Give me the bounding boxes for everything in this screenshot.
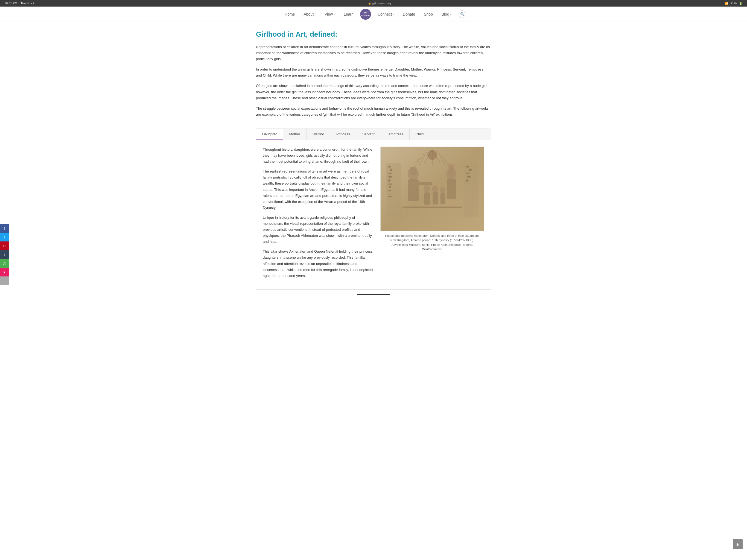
nav-about[interactable]: About ▾ xyxy=(300,10,319,19)
search-button[interactable]: 🔍 xyxy=(459,10,466,18)
tab-content-daughter: Throughout history, daughters were a con… xyxy=(256,140,491,289)
scroll-bar xyxy=(357,294,390,295)
tab-mother[interactable]: Mother xyxy=(283,129,306,140)
facebook-icon: f xyxy=(4,226,5,230)
nav-donate[interactable]: Donate xyxy=(399,10,419,19)
twitter-share-button[interactable]: t xyxy=(0,233,9,241)
tabs-header: Daughter Mother Warrior Princess Servant… xyxy=(256,129,491,140)
daughter-para-1: Throughout history, daughters were a con… xyxy=(263,147,374,164)
logo-text: girlmuseum xyxy=(361,11,370,17)
artwork-svg xyxy=(381,147,484,231)
search-icon: 🔍 xyxy=(460,12,465,16)
page-title: Girlhood in Art, defined: xyxy=(256,30,491,39)
tab-text-column: Throughout history, daughters were a con… xyxy=(263,147,374,283)
heart-icon: ♥ xyxy=(3,270,5,274)
tab-princess[interactable]: Princess xyxy=(330,129,356,140)
print-icon: 🖨 xyxy=(3,261,6,265)
paragraph-4: The struggle between social expectations… xyxy=(256,105,491,118)
status-bar-center: 🔒 girlmuseum.org xyxy=(368,2,391,5)
battery-percent: 21% xyxy=(730,2,737,5)
tumblr-share-button[interactable]: t xyxy=(0,250,9,259)
print-button[interactable]: 🖨 xyxy=(0,259,9,268)
nav-home[interactable]: Home xyxy=(281,10,299,19)
tab-warrior[interactable]: Warrior xyxy=(307,129,330,140)
nav-blog[interactable]: Blog ▾ xyxy=(438,10,455,19)
paragraph-2: In order to understand the ways girls ar… xyxy=(256,67,491,78)
facebook-share-button[interactable]: f xyxy=(0,224,9,233)
chevron-down-icon: ▾ xyxy=(314,13,316,16)
daughter-para-2: The earliest representations of girls in… xyxy=(263,169,374,211)
time: 10:31 PM xyxy=(4,2,17,5)
daughter-para-4: This altar shows Akhenaten and Queen Nef… xyxy=(263,249,374,279)
nav-connect[interactable]: Connect ▾ xyxy=(374,10,398,19)
tab-servant[interactable]: Servant xyxy=(356,129,381,140)
tab-child[interactable]: Child xyxy=(410,129,430,140)
pinterest-share-button[interactable]: P xyxy=(0,241,9,250)
status-bar-right: 📶 21% 🔋 xyxy=(725,2,743,5)
nav-shop[interactable]: Shop xyxy=(420,10,437,19)
battery-icon: 🔋 xyxy=(739,2,743,5)
main-content: Girlhood in Art, defined: Representation… xyxy=(251,22,496,305)
paragraph-3: Often girls are shown unclothed in art a… xyxy=(256,83,491,101)
tab-daughter[interactable]: Daughter xyxy=(256,129,283,140)
tabs-section: Daughter Mother Warrior Princess Servant… xyxy=(256,128,491,289)
more-share-button[interactable]: ••• xyxy=(0,276,9,285)
url: girlmuseum.org xyxy=(372,2,391,5)
twitter-icon: t xyxy=(4,235,5,239)
tumblr-icon: t xyxy=(4,253,5,257)
ellipsis-icon: ••• xyxy=(2,279,7,282)
daughter-para-3: Unique in history for its avant-garde re… xyxy=(263,215,374,245)
nav-learn[interactable]: Learn xyxy=(340,10,357,19)
nav-items: Home About ▾ View ▾ Learn girlmuseum Con… xyxy=(281,9,466,20)
artwork-image xyxy=(380,147,484,231)
wifi-icon: 📶 xyxy=(725,2,728,5)
image-caption: House altar depicting Akhenaten, Neferti… xyxy=(380,233,484,252)
nav-view[interactable]: View ▾ xyxy=(321,10,339,19)
pinterest-icon: P xyxy=(3,244,6,248)
status-bar-left: 10:31 PM Thu Nov 9 xyxy=(4,2,34,5)
scroll-indicator xyxy=(256,289,491,297)
social-sidebar: f t P t 🖨 ♥ ••• xyxy=(0,224,9,285)
lock-icon: 🔒 xyxy=(368,2,371,5)
day: Thu Nov 9 xyxy=(21,2,34,5)
status-bar: 10:31 PM Thu Nov 9 🔒 girlmuseum.org 📶 21… xyxy=(0,0,747,6)
site-logo[interactable]: girlmuseum xyxy=(360,9,371,20)
tab-temptress[interactable]: Temptress xyxy=(381,129,410,140)
svg-rect-43 xyxy=(381,147,484,231)
chevron-down-icon: ▾ xyxy=(450,13,452,16)
tab-image-column: House altar depicting Akhenaten, Neferti… xyxy=(380,147,484,283)
chevron-down-icon: ▾ xyxy=(334,13,335,16)
navbar: Home About ▾ View ▾ Learn girlmuseum Con… xyxy=(0,6,747,22)
favorite-button[interactable]: ♥ xyxy=(0,268,9,276)
paragraph-1: Representations of children in art demon… xyxy=(256,44,491,62)
chevron-down-icon: ▾ xyxy=(393,13,394,16)
